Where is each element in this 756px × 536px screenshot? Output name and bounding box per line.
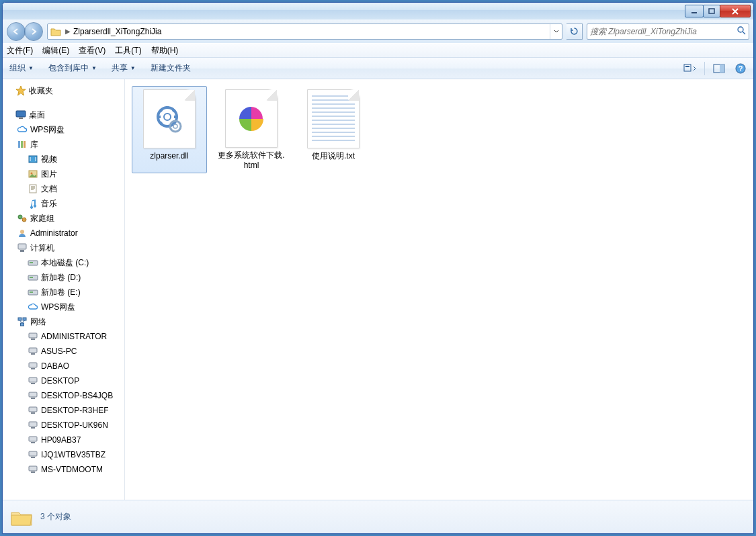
pinwheel-icon (236, 103, 267, 134)
menu-view[interactable]: 查看(V) (79, 45, 106, 56)
preview-pane-button[interactable] (712, 61, 726, 76)
sidebar-homegroup[interactable]: 家庭组 (3, 211, 124, 226)
svg-rect-43 (31, 412, 35, 414)
search-box[interactable] (587, 24, 749, 40)
computer-icon (27, 375, 39, 387)
menu-tools[interactable]: 工具(T) (115, 45, 141, 56)
drive-icon (27, 257, 39, 269)
sidebar-network-item[interactable]: ADMINISTRATOR (3, 329, 124, 344)
maximize-button[interactable] (703, 5, 720, 17)
svg-point-20 (20, 230, 24, 234)
file-item[interactable]: 更多系统软件下载.html (214, 86, 289, 173)
toolbar-organize[interactable]: 组织▼ (9, 62, 34, 74)
close-button[interactable] (720, 5, 751, 17)
computer-icon (16, 242, 28, 254)
separator (704, 62, 705, 75)
menu-edit[interactable]: 编辑(E) (42, 45, 69, 56)
sidebar-network-item[interactable]: ASUS-PC (3, 344, 124, 359)
svg-point-16 (31, 173, 33, 175)
document-icon (27, 183, 39, 195)
chevron-down-icon: ▼ (91, 65, 97, 71)
help-button[interactable]: ? (733, 61, 748, 76)
sidebar-item-label: 家庭组 (30, 213, 54, 224)
back-button[interactable] (7, 22, 26, 41)
drive-icon (27, 271, 39, 283)
toolbar-new-folder[interactable]: 新建文件夹 (151, 62, 191, 74)
chevron-down-icon (554, 30, 559, 34)
svg-rect-6 (720, 64, 724, 73)
sidebar-item-label: 库 (30, 139, 38, 150)
svg-rect-17 (30, 185, 36, 193)
svg-rect-37 (31, 368, 35, 369)
computer-icon (27, 449, 39, 461)
sidebar-music[interactable]: 音乐 (3, 196, 124, 211)
sidebar[interactable]: 收藏夹 桌面 WPS网盘 库 视频 图片 文档 (3, 79, 125, 500)
sidebar-desktop[interactable]: 桌面 (3, 107, 124, 122)
toolbar-share[interactable]: 共享▼ (112, 62, 136, 74)
search-icon[interactable] (737, 26, 746, 37)
sidebar-libraries[interactable]: 库 (3, 137, 124, 152)
sidebar-item-label: 视频 (41, 154, 57, 165)
svg-point-19 (22, 218, 26, 222)
address-bar[interactable]: ▶ Zlparserdll_XiTongZhiJia (47, 24, 562, 40)
computer-icon (27, 419, 39, 431)
menu-file[interactable]: 文件(F) (7, 45, 33, 56)
svg-rect-21 (18, 244, 26, 249)
sidebar-favorites[interactable]: 收藏夹 (3, 83, 124, 98)
file-item[interactable]: 使用说明.txt (296, 86, 371, 173)
svg-rect-35 (31, 353, 35, 355)
sidebar-network-item[interactable]: DABAO (3, 359, 124, 373)
computer-icon (27, 463, 39, 476)
sidebar-documents[interactable]: 文档 (3, 181, 124, 196)
svg-rect-3 (684, 64, 691, 71)
sidebar-wps[interactable]: WPS网盘 (3, 122, 124, 137)
folder-icon (9, 505, 34, 529)
view-options-button[interactable] (683, 61, 698, 76)
sidebar-item-label: HP09AB37 (41, 435, 81, 445)
sidebar-network[interactable]: 网络 (3, 314, 124, 329)
sidebar-item-label: ADMINISTRATOR (41, 332, 107, 341)
sidebar-network-item[interactable]: DESKTOP (3, 373, 124, 388)
address-dropdown[interactable] (550, 24, 562, 39)
chevron-down-icon: ▼ (130, 65, 136, 71)
sidebar-item-label: 文档 (41, 183, 57, 195)
sidebar-item-label: 新加卷 (D:) (41, 272, 81, 283)
svg-rect-24 (30, 262, 33, 263)
forward-button[interactable] (24, 22, 43, 41)
sidebar-item-label: MS-VTDMOOTM (41, 465, 103, 474)
minimize-button[interactable] (685, 5, 704, 17)
search-input[interactable] (590, 27, 737, 36)
cloud-icon (27, 301, 39, 313)
svg-rect-32 (29, 333, 37, 338)
sidebar-item-label: 桌面 (29, 109, 45, 121)
refresh-icon (570, 27, 579, 36)
sidebar-disk-e[interactable]: 新加卷 (E:) (3, 285, 124, 300)
sidebar-network-item[interactable]: IJQ1WTBV35TBZ (3, 447, 124, 462)
sidebar-computer[interactable]: 计算机 (3, 240, 124, 255)
network-icon (16, 316, 28, 328)
sidebar-network-item[interactable]: DESKTOP-R3HEF (3, 403, 124, 418)
sidebar-item-label: DESKTOP-UK96N (41, 420, 108, 430)
sidebar-pictures[interactable]: 图片 (3, 167, 124, 181)
computer-icon (27, 360, 39, 372)
sidebar-network-item[interactable]: MS-VTDMOOTM (3, 462, 124, 477)
menu-help[interactable]: 帮助(H) (151, 45, 179, 56)
file-item[interactable]: zlparser.dll (132, 86, 207, 173)
sidebar-disk-c[interactable]: 本地磁盘 (C:) (3, 255, 124, 270)
sidebar-network-item[interactable]: DESKTOP-BS4JQB (3, 388, 124, 403)
toolbar-include-in-library[interactable]: 包含到库中▼ (48, 62, 97, 74)
sidebar-network-item[interactable]: HP09AB37 (3, 433, 124, 447)
refresh-button[interactable] (566, 24, 583, 40)
user-icon (16, 227, 28, 239)
back-icon (12, 28, 20, 36)
sidebar-videos[interactable]: 视频 (3, 152, 124, 167)
svg-rect-40 (29, 392, 37, 397)
sidebar-network-item[interactable]: DESKTOP-UK96N (3, 418, 124, 433)
sidebar-administrator[interactable]: Administrator (3, 226, 124, 240)
sidebar-disk-d[interactable]: 新加卷 (D:) (3, 270, 124, 285)
picture-icon (27, 168, 39, 180)
computer-icon (27, 330, 39, 343)
sidebar-item-label: 收藏夹 (29, 85, 53, 97)
sidebar-wps-drive[interactable]: WPS网盘 (3, 300, 124, 314)
content-pane[interactable]: zlparser.dll更多系统软件下载.html使用说明.txt (125, 79, 753, 500)
